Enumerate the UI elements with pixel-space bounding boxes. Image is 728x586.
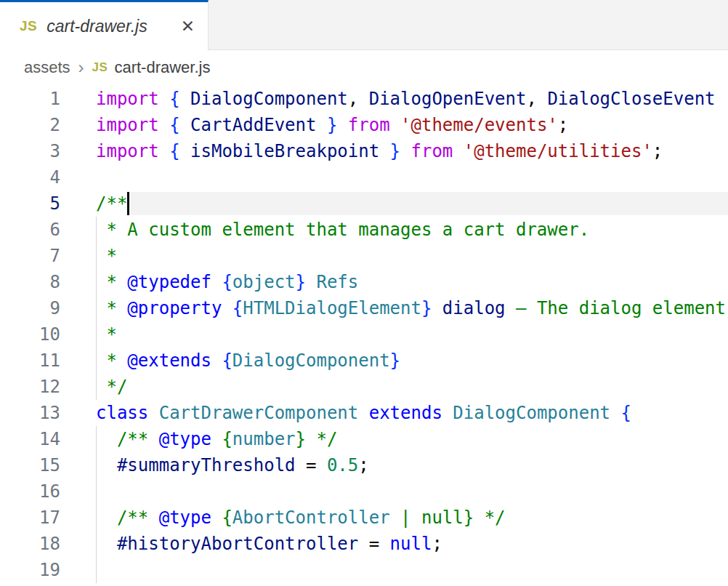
code-content[interactable]: * A custom element that manages a cart d…: [96, 217, 728, 243]
line-number: 16: [0, 478, 60, 505]
code-line-5[interactable]: 5/**: [0, 190, 728, 217]
code-line-14[interactable]: 14 /** @type {number} */: [0, 426, 728, 452]
token: {: [222, 429, 232, 449]
token: =: [296, 455, 327, 475]
code-content[interactable]: import { DialogComponent, DialogOpenEven…: [96, 86, 728, 112]
token: from: [411, 141, 453, 161]
token: *: [96, 324, 117, 345]
line-number: 18: [0, 531, 60, 557]
line-number: 10: [0, 321, 60, 348]
close-icon[interactable]: ✕: [181, 18, 195, 35]
line-number: 15: [0, 452, 60, 478]
token: |: [390, 507, 421, 528]
token: {: [222, 272, 232, 292]
code-content[interactable]: [96, 478, 728, 505]
token: /**: [117, 429, 159, 449]
token: }: [421, 298, 432, 318]
tab-cart-drawer-js[interactable]: JS cart-drawer.js ✕: [0, 0, 209, 50]
code-content[interactable]: * @typedef {object} Refs: [96, 269, 728, 295]
token: [222, 298, 232, 318]
token: HTMLDialogElement: [243, 298, 421, 318]
code-content[interactable]: #summaryThreshold = 0.5;: [96, 452, 728, 478]
code-content[interactable]: class CartDrawerComponent extends Dialog…: [96, 400, 728, 426]
token: {: [621, 403, 631, 423]
token: #historyAbortController: [117, 534, 358, 554]
code-line-16[interactable]: 16: [0, 478, 728, 505]
code-content[interactable]: *: [96, 243, 728, 269]
token: DialogComponent: [190, 89, 348, 109]
line-number: 3: [0, 138, 60, 164]
token: [442, 403, 453, 423]
line-number: 9: [0, 295, 60, 321]
code-content[interactable]: * @extends {DialogComponent}: [96, 348, 728, 374]
code-line-19[interactable]: 19: [0, 557, 728, 583]
token: {: [169, 89, 190, 109]
token: [453, 141, 463, 161]
code-editor[interactable]: 1import { DialogComponent, DialogOpenEve…: [0, 84, 728, 586]
line-number: 13: [0, 400, 60, 426]
code-line-15[interactable]: 15 #summaryThreshold = 0.5;: [0, 452, 728, 478]
token: '@theme/utilities': [464, 141, 652, 161]
line-number: 11: [0, 348, 60, 374]
token: [96, 507, 117, 528]
token: {: [222, 507, 232, 528]
tab-bar: JS cart-drawer.js ✕: [0, 0, 728, 50]
token: {: [169, 141, 190, 161]
token: ;: [358, 455, 368, 475]
code-line-2[interactable]: 2import { CartAddEvent } from '@theme/ev…: [0, 112, 728, 138]
line-number: 2: [0, 112, 60, 138]
token: [337, 115, 347, 135]
code-line-17[interactable]: 17 /** @type {AbortController | null} */: [0, 505, 728, 531]
token: [96, 455, 117, 475]
code-line-18[interactable]: 18 #historyAbortController = null;: [0, 531, 728, 557]
token: ;: [432, 534, 442, 554]
code-content[interactable]: [96, 164, 728, 190]
code-line-13[interactable]: 13class CartDrawerComponent extends Dial…: [0, 400, 728, 426]
token: extends: [369, 403, 442, 423]
token: }: [327, 115, 337, 135]
token: null: [390, 534, 432, 554]
text-cursor: [127, 192, 129, 215]
line-number: 7: [0, 243, 60, 269]
code-line-7[interactable]: 7 *: [0, 243, 728, 269]
code-line-9[interactable]: 9 * @property {HTMLDialogElement} dialog…: [0, 295, 728, 321]
code-content[interactable]: [96, 557, 728, 583]
token: *: [96, 350, 127, 371]
code-content[interactable]: #historyAbortController = null;: [96, 531, 728, 557]
breadcrumb-folder[interactable]: assets: [24, 58, 70, 77]
code-line-1[interactable]: 1import { DialogComponent, DialogOpenEve…: [0, 86, 728, 112]
token: ,: [526, 89, 547, 109]
line-number: 19: [0, 557, 60, 583]
token: [306, 272, 316, 292]
code-line-11[interactable]: 11 * @extends {DialogComponent}: [0, 348, 728, 374]
token: null: [421, 507, 464, 528]
code-line-6[interactable]: 6 * A custom element that manages a cart…: [0, 217, 728, 243]
token: ;: [558, 115, 568, 135]
token: }: [296, 272, 306, 292]
code-content[interactable]: import { CartAddEvent } from '@theme/eve…: [96, 112, 728, 138]
token: DialogComponent: [453, 403, 610, 423]
code-content[interactable]: /** @type {AbortController | null} */: [96, 505, 728, 531]
code-content[interactable]: /**: [96, 190, 728, 217]
code-line-10[interactable]: 10 *: [0, 321, 728, 348]
token: [211, 429, 222, 449]
breadcrumb-file[interactable]: cart-drawer.js: [114, 58, 210, 77]
token: =: [358, 534, 389, 554]
token: }: [390, 350, 400, 371]
token: }: [464, 507, 474, 528]
code-line-3[interactable]: 3import { isMobileBreakpoint } from '@th…: [0, 138, 728, 164]
token: number: [232, 429, 296, 449]
token: * A custom element that manages a cart d…: [96, 220, 589, 240]
code-line-8[interactable]: 8 * @typedef {object} Refs: [0, 269, 728, 295]
code-line-12[interactable]: 12 */: [0, 374, 728, 400]
token: [211, 272, 222, 292]
token: dialog: [442, 298, 506, 318]
code-content[interactable]: *: [96, 321, 728, 348]
code-content[interactable]: import { isMobileBreakpoint } from '@the…: [96, 138, 728, 164]
code-content[interactable]: */: [96, 374, 728, 400]
code-content[interactable]: * @property {HTMLDialogElement} dialog —…: [96, 295, 728, 321]
token: {: [169, 115, 190, 135]
current-line-highlight: [130, 192, 728, 215]
code-content[interactable]: /** @type {number} */: [96, 426, 728, 452]
code-line-4[interactable]: 4: [0, 164, 728, 190]
